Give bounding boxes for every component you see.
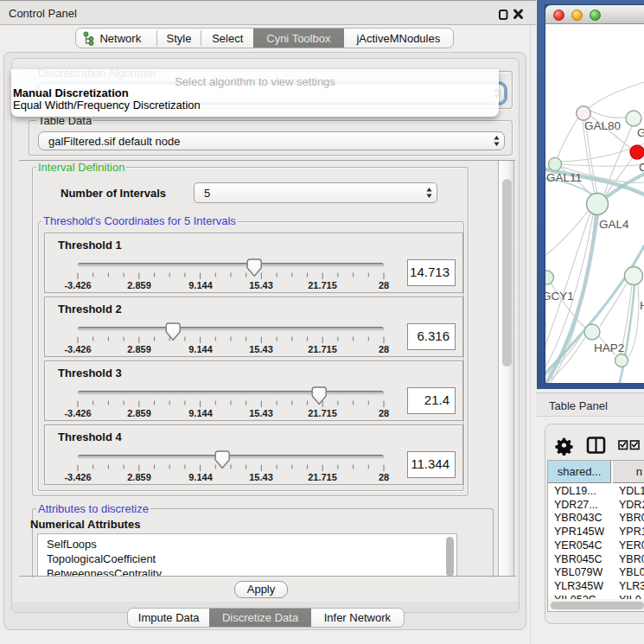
svg-text:GAL11: GAL11 — [546, 171, 582, 184]
svg-text:HAP2: HAP2 — [594, 341, 624, 354]
svg-text:GCY1: GCY1 — [545, 290, 574, 303]
svg-text:H: H — [640, 299, 644, 312]
svg-text:C: C — [639, 161, 644, 174]
svg-text:GAL80: GAL80 — [584, 119, 621, 132]
svg-text:GA: GA — [637, 126, 644, 139]
svg-text:GAL4: GAL4 — [599, 218, 629, 231]
